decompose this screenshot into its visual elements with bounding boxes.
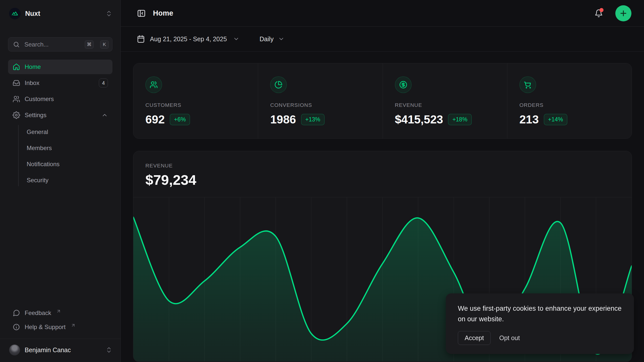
stat-value: 692 — [145, 113, 165, 126]
search-input[interactable]: Search... ⌘ K — [8, 37, 112, 52]
cookie-consent-toast: We use first-party cookies to enhance yo… — [446, 293, 634, 354]
date-range-value: Aug 21, 2025 - Sep 4, 2025 — [150, 35, 227, 43]
sidebar-footer: Feedback Help & Support — [0, 306, 120, 334]
pie-chart-icon — [270, 76, 287, 93]
revenue-chart-label: REVENUE — [145, 163, 620, 169]
chevrons-up-down-icon — [105, 10, 112, 17]
house-icon — [13, 63, 20, 71]
sidebar-item-home[interactable]: Home — [8, 60, 112, 74]
inbox-icon — [13, 79, 20, 87]
stat-label: REVENUE — [395, 102, 496, 108]
feedback-link[interactable]: Feedback — [8, 306, 112, 320]
cookie-optout-button[interactable]: Opt out — [499, 331, 520, 345]
sidebar-item-general[interactable]: General — [8, 124, 112, 140]
gear-icon — [13, 111, 20, 119]
granularity-select[interactable]: Daily — [260, 35, 285, 43]
user-menu[interactable]: Benjamin Canac — [0, 339, 120, 362]
stat-value: 213 — [519, 113, 539, 126]
page-title: Home — [153, 9, 593, 17]
granularity-value: Daily — [260, 35, 274, 43]
circle-dollar-icon — [395, 76, 412, 93]
sidebar-item-notifications[interactable]: Notifications — [8, 156, 112, 172]
stat-label: ORDERS — [519, 102, 621, 108]
chevron-down-icon — [233, 36, 239, 42]
revenue-chart-total: $79,234 — [145, 172, 620, 188]
search-placeholder: Search... — [24, 41, 80, 48]
notification-dot — [599, 8, 603, 12]
main-area: Home Aug 21, 2025 - Sep — [121, 0, 644, 362]
stat-value: 1986 — [270, 113, 296, 126]
help-support-link[interactable]: Help & Support — [8, 320, 112, 334]
sidebar-item-customers[interactable]: Customers — [8, 92, 112, 106]
user-name: Benjamin Canac — [25, 346, 101, 354]
message-circle-icon — [13, 309, 20, 317]
stats-card: CUSTOMERS 692 +6% CONVERSIONS 1986 +13% — [133, 63, 632, 139]
stat-delta-badge: +14% — [544, 114, 567, 125]
sidebar-item-inbox[interactable]: Inbox 4 — [8, 76, 112, 90]
page-header: Home — [121, 0, 644, 27]
date-range-picker[interactable]: Aug 21, 2025 - Sep 4, 2025 — [137, 35, 239, 43]
users-icon — [145, 76, 162, 93]
cookie-message: We use first-party cookies to enhance yo… — [458, 303, 622, 325]
sidebar-item-members[interactable]: Members — [8, 140, 112, 156]
sidebar: Nuxt Search... ⌘ K Home — [0, 0, 121, 362]
settings-subnav: General Members Notifications Security — [8, 124, 112, 188]
sidebar-item-security[interactable]: Security — [8, 172, 112, 188]
stat-delta-badge: +6% — [170, 114, 190, 125]
stat-orders[interactable]: ORDERS 213 +14% — [507, 63, 632, 139]
stat-delta-badge: +18% — [448, 114, 471, 125]
stat-conversions[interactable]: CONVERSIONS 1986 +13% — [258, 63, 382, 139]
chevron-down-icon — [278, 36, 285, 42]
inbox-count-badge: 4 — [99, 78, 108, 87]
notifications-button[interactable] — [593, 7, 605, 19]
stat-value: $415,523 — [395, 113, 443, 126]
sidebar-item-label: Customers — [25, 96, 54, 103]
chevrons-up-down-icon — [105, 346, 112, 353]
stat-customers[interactable]: CUSTOMERS 692 +6% — [133, 63, 258, 139]
collapse-sidebar-button[interactable] — [137, 9, 146, 18]
stat-label: CONVERSIONS — [270, 102, 371, 108]
avatar — [9, 344, 20, 355]
kbd-k: K — [100, 40, 109, 49]
shopping-cart-icon — [519, 76, 536, 93]
calendar-icon — [137, 35, 145, 43]
stat-delta-badge: +13% — [301, 114, 325, 125]
workspace-name: Nuxt — [25, 10, 101, 18]
info-icon — [13, 323, 20, 331]
users-icon — [13, 95, 20, 103]
stat-label: CUSTOMERS — [145, 102, 247, 108]
workspace-switcher[interactable]: Nuxt — [0, 0, 120, 20]
chevron-up-icon — [101, 112, 108, 118]
filters-toolbar: Aug 21, 2025 - Sep 4, 2025 Daily — [121, 27, 644, 52]
arrow-up-right-icon — [71, 323, 76, 328]
nuxt-logo-icon — [9, 8, 21, 19]
stat-revenue[interactable]: REVENUE $415,523 +18% — [383, 63, 507, 139]
search-icon — [13, 41, 20, 48]
add-button[interactable] — [615, 5, 631, 21]
sidebar-item-settings[interactable]: Settings — [8, 108, 112, 122]
kbd-cmd: ⌘ — [85, 40, 94, 49]
sidebar-item-label: Settings — [25, 112, 47, 119]
arrow-up-right-icon — [56, 309, 61, 314]
revenue-chart-header: REVENUE $79,234 — [133, 151, 632, 188]
sidebar-nav: Home Inbox 4 Customers — [0, 60, 120, 188]
sidebar-item-label: Inbox — [25, 79, 39, 86]
sidebar-item-label: Home — [25, 63, 41, 70]
plus-icon — [619, 9, 628, 18]
cookie-accept-button[interactable]: Accept — [458, 331, 491, 345]
